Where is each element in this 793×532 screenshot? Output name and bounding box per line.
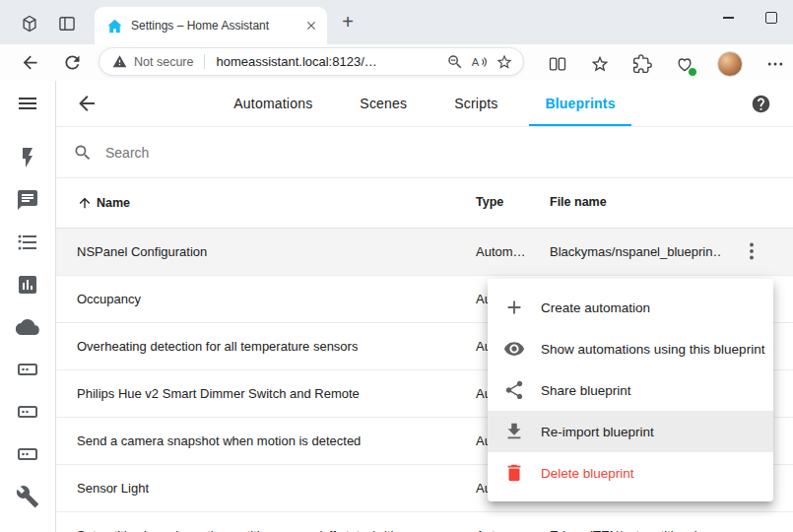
browser-navbar: Not secure homeassistant.local:8123/… A [0, 44, 793, 82]
browser-tab[interactable]: Settings – Home Assistant [95, 7, 327, 44]
split-screen-icon[interactable] [548, 54, 567, 74]
favorites-icon[interactable] [590, 54, 610, 74]
trash-icon [503, 462, 525, 484]
row-type: Autom… [476, 244, 526, 259]
back-icon[interactable] [20, 52, 40, 73]
tab-scenes[interactable]: Scenes [336, 81, 430, 126]
security-label[interactable]: Not secure [134, 55, 193, 69]
menu-item-share-blueprint[interactable]: Share blueprint [488, 369, 773, 411]
sidebar-history-icon[interactable] [16, 273, 39, 297]
row-name: Sensor Light [77, 481, 149, 496]
menu-item-reimport-blueprint[interactable]: Re-import blueprint [488, 411, 773, 452]
download-icon [503, 421, 525, 442]
menu-item-label: Delete blueprint [541, 466, 634, 481]
tab-actions-icon[interactable] [57, 14, 77, 33]
menu-item-delete-blueprint[interactable]: Delete blueprint [488, 452, 773, 494]
tab-close-icon[interactable] [303, 18, 319, 33]
row-name: NSPanel Configuration [77, 244, 207, 259]
row-file: EdwardTEN/set_entities_bas… [550, 528, 722, 532]
home-assistant-favicon [106, 18, 123, 34]
new-tab-button[interactable]: + [337, 11, 359, 33]
search-placeholder: Search [105, 145, 149, 161]
menu-item-label: Show automations using this blueprint [541, 342, 764, 357]
menu-item-label: Create automation [541, 300, 650, 315]
column-header-name[interactable]: Name [77, 178, 130, 228]
menu-item-create-automation[interactable]: Create automation [488, 287, 773, 328]
table-row[interactable]: Set entities based on other entities new… [56, 512, 793, 532]
sidebar-todo-list-icon[interactable] [16, 231, 39, 254]
tab-strip: Settings – Home Assistant + [0, 0, 793, 44]
menu-item-show-automations[interactable]: Show automations using this blueprint [488, 328, 773, 369]
row-name: Overheating detection for all temperatur… [77, 339, 358, 354]
read-aloud-icon[interactable]: A [471, 53, 489, 71]
svg-text:A: A [472, 55, 480, 67]
search-icon [73, 143, 93, 163]
address-bar[interactable]: Not secure homeassistant.local:8123/… A [99, 47, 524, 76]
tab-blueprints[interactable]: Blueprints [521, 81, 638, 126]
sidebar-cloud-icon[interactable] [16, 315, 39, 339]
browser-essentials-icon[interactable] [675, 54, 694, 74]
sidebar-energy-icon[interactable] [16, 146, 39, 169]
tab-automations[interactable]: Automations [210, 81, 336, 126]
sidebar-logbook-icon[interactable] [16, 188, 39, 212]
browser-menu-icon[interactable] [765, 54, 785, 74]
eye-icon [503, 338, 525, 360]
address-divider [204, 54, 205, 69]
row-type: Autom… [476, 528, 526, 532]
sidebar-developer-tools-icon[interactable] [16, 485, 39, 508]
profile-avatar[interactable] [717, 51, 743, 77]
home-assistant-app: Automations Scenes Scripts Blueprints Se… [0, 81, 793, 532]
sidebar-hub-icon[interactable] [16, 442, 39, 466]
not-secure-warning-icon [112, 54, 127, 69]
context-menu: Create automation Show automations using… [488, 279, 773, 501]
tab-scripts[interactable]: Scripts [430, 81, 521, 126]
plus-icon [503, 297, 525, 318]
row-name: Occupancy [77, 292, 141, 306]
sort-arrow-up-icon [77, 195, 93, 211]
workspaces-icon[interactable] [20, 14, 39, 33]
refresh-icon[interactable] [62, 52, 83, 73]
row-overflow-menu-icon[interactable] [740, 239, 763, 263]
row-name: Philips Hue v2 Smart Dimmer Switch and R… [77, 386, 360, 401]
table-row[interactable]: NSPanel Configuration Autom… Blackymas/n… [56, 229, 793, 276]
browser-chrome: Settings – Home Assistant + Not secure h… [0, 0, 793, 81]
row-file: Blackymas/nspanel_blueprin… [550, 244, 722, 259]
app-toolbar: Automations Scenes Scripts Blueprints [56, 81, 793, 127]
column-header-file[interactable]: File name [550, 195, 607, 209]
maximize-button[interactable] [750, 0, 793, 35]
menu-item-label: Re-import blueprint [541, 425, 654, 439]
row-name: Set entities based on other entities new… [77, 528, 461, 532]
essentials-status-dot [688, 67, 697, 77]
row-name: Send a camera snapshot when motion is de… [77, 433, 361, 448]
share-icon [503, 379, 525, 401]
column-header-type[interactable]: Type [476, 195, 503, 209]
sidebar-hub-icon[interactable] [16, 358, 39, 381]
favorite-star-icon[interactable] [496, 53, 513, 71]
minimize-button[interactable] [706, 0, 750, 35]
sidebar-hub-icon[interactable] [16, 400, 39, 424]
column-label-name: Name [97, 196, 130, 210]
window-controls [706, 0, 793, 35]
help-icon[interactable] [751, 94, 771, 114]
url-text[interactable]: homeassistant.local:8123/… [216, 54, 439, 69]
page-tabs: Automations Scenes Scripts Blueprints [56, 81, 793, 126]
extensions-icon[interactable] [632, 54, 652, 74]
menu-item-label: Share blueprint [541, 383, 631, 398]
tab-title: Settings – Home Assistant [131, 19, 296, 33]
table-header: Name Type File name [56, 178, 793, 229]
navbar-right-icons [548, 51, 785, 77]
zoom-icon[interactable] [446, 53, 464, 71]
hamburger-menu-icon[interactable] [16, 92, 39, 115]
search-input[interactable]: Search [56, 127, 793, 178]
sidebar [0, 81, 56, 532]
